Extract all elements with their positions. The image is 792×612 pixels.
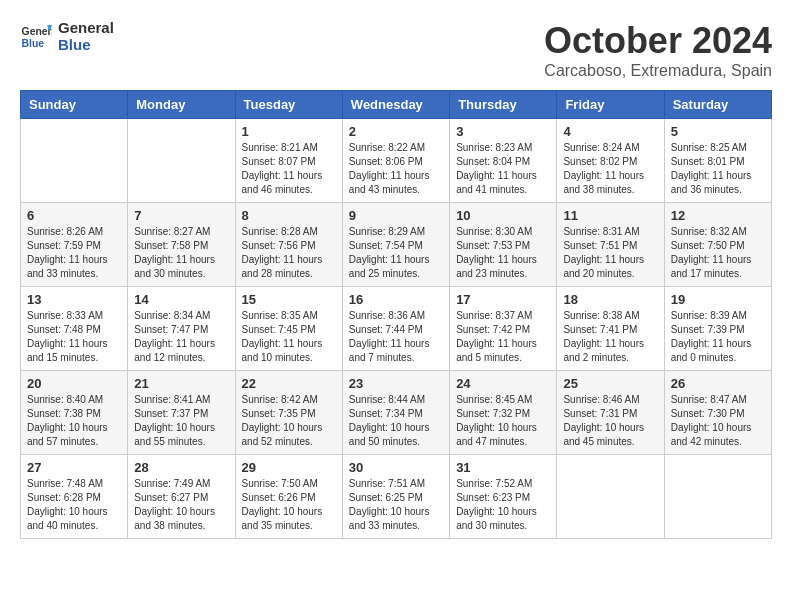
calendar-cell: 13Sunrise: 8:33 AM Sunset: 7:48 PM Dayli… — [21, 287, 128, 371]
svg-text:General: General — [22, 26, 52, 37]
calendar-header-row: SundayMondayTuesdayWednesdayThursdayFrid… — [21, 91, 772, 119]
calendar-cell: 7Sunrise: 8:27 AM Sunset: 7:58 PM Daylig… — [128, 203, 235, 287]
calendar-cell: 17Sunrise: 8:37 AM Sunset: 7:42 PM Dayli… — [450, 287, 557, 371]
day-of-week-header: Monday — [128, 91, 235, 119]
cell-info: Sunrise: 8:23 AM Sunset: 8:04 PM Dayligh… — [456, 141, 550, 197]
page-header: General Blue General Blue October 2024 C… — [20, 20, 772, 80]
day-number: 2 — [349, 124, 443, 139]
day-number: 30 — [349, 460, 443, 475]
calendar-cell — [664, 455, 771, 539]
calendar-cell: 2Sunrise: 8:22 AM Sunset: 8:06 PM Daylig… — [342, 119, 449, 203]
calendar-cell: 9Sunrise: 8:29 AM Sunset: 7:54 PM Daylig… — [342, 203, 449, 287]
calendar-table: SundayMondayTuesdayWednesdayThursdayFrid… — [20, 90, 772, 539]
calendar-cell: 11Sunrise: 8:31 AM Sunset: 7:51 PM Dayli… — [557, 203, 664, 287]
cell-info: Sunrise: 8:33 AM Sunset: 7:48 PM Dayligh… — [27, 309, 121, 365]
calendar-week-row: 13Sunrise: 8:33 AM Sunset: 7:48 PM Dayli… — [21, 287, 772, 371]
svg-text:Blue: Blue — [22, 37, 45, 48]
calendar-cell: 31Sunrise: 7:52 AM Sunset: 6:23 PM Dayli… — [450, 455, 557, 539]
day-of-week-header: Thursday — [450, 91, 557, 119]
day-number: 6 — [27, 208, 121, 223]
cell-info: Sunrise: 8:42 AM Sunset: 7:35 PM Dayligh… — [242, 393, 336, 449]
day-number: 21 — [134, 376, 228, 391]
calendar-cell: 12Sunrise: 8:32 AM Sunset: 7:50 PM Dayli… — [664, 203, 771, 287]
day-of-week-header: Sunday — [21, 91, 128, 119]
day-number: 28 — [134, 460, 228, 475]
calendar-cell: 28Sunrise: 7:49 AM Sunset: 6:27 PM Dayli… — [128, 455, 235, 539]
day-number: 16 — [349, 292, 443, 307]
calendar-cell: 20Sunrise: 8:40 AM Sunset: 7:38 PM Dayli… — [21, 371, 128, 455]
day-number: 18 — [563, 292, 657, 307]
cell-info: Sunrise: 8:22 AM Sunset: 8:06 PM Dayligh… — [349, 141, 443, 197]
calendar-cell: 25Sunrise: 8:46 AM Sunset: 7:31 PM Dayli… — [557, 371, 664, 455]
day-number: 26 — [671, 376, 765, 391]
cell-info: Sunrise: 8:39 AM Sunset: 7:39 PM Dayligh… — [671, 309, 765, 365]
cell-info: Sunrise: 8:38 AM Sunset: 7:41 PM Dayligh… — [563, 309, 657, 365]
cell-info: Sunrise: 8:27 AM Sunset: 7:58 PM Dayligh… — [134, 225, 228, 281]
cell-info: Sunrise: 7:49 AM Sunset: 6:27 PM Dayligh… — [134, 477, 228, 533]
calendar-week-row: 27Sunrise: 7:48 AM Sunset: 6:28 PM Dayli… — [21, 455, 772, 539]
logo-icon: General Blue — [20, 21, 52, 53]
day-of-week-header: Saturday — [664, 91, 771, 119]
calendar-cell: 4Sunrise: 8:24 AM Sunset: 8:02 PM Daylig… — [557, 119, 664, 203]
calendar-cell: 16Sunrise: 8:36 AM Sunset: 7:44 PM Dayli… — [342, 287, 449, 371]
cell-info: Sunrise: 7:52 AM Sunset: 6:23 PM Dayligh… — [456, 477, 550, 533]
day-number: 1 — [242, 124, 336, 139]
cell-info: Sunrise: 8:26 AM Sunset: 7:59 PM Dayligh… — [27, 225, 121, 281]
calendar-cell: 21Sunrise: 8:41 AM Sunset: 7:37 PM Dayli… — [128, 371, 235, 455]
cell-info: Sunrise: 8:47 AM Sunset: 7:30 PM Dayligh… — [671, 393, 765, 449]
month-title: October 2024 — [544, 20, 772, 62]
calendar-cell: 19Sunrise: 8:39 AM Sunset: 7:39 PM Dayli… — [664, 287, 771, 371]
logo: General Blue General Blue — [20, 20, 114, 53]
cell-info: Sunrise: 8:35 AM Sunset: 7:45 PM Dayligh… — [242, 309, 336, 365]
cell-info: Sunrise: 7:48 AM Sunset: 6:28 PM Dayligh… — [27, 477, 121, 533]
day-of-week-header: Wednesday — [342, 91, 449, 119]
calendar-cell: 30Sunrise: 7:51 AM Sunset: 6:25 PM Dayli… — [342, 455, 449, 539]
day-number: 19 — [671, 292, 765, 307]
day-number: 9 — [349, 208, 443, 223]
day-number: 14 — [134, 292, 228, 307]
calendar-cell: 1Sunrise: 8:21 AM Sunset: 8:07 PM Daylig… — [235, 119, 342, 203]
day-number: 12 — [671, 208, 765, 223]
day-number: 13 — [27, 292, 121, 307]
day-of-week-header: Tuesday — [235, 91, 342, 119]
calendar-week-row: 20Sunrise: 8:40 AM Sunset: 7:38 PM Dayli… — [21, 371, 772, 455]
day-number: 3 — [456, 124, 550, 139]
day-number: 15 — [242, 292, 336, 307]
day-number: 10 — [456, 208, 550, 223]
day-number: 11 — [563, 208, 657, 223]
day-number: 22 — [242, 376, 336, 391]
logo-general-text: General — [58, 20, 114, 37]
calendar-cell — [21, 119, 128, 203]
day-number: 27 — [27, 460, 121, 475]
calendar-cell: 24Sunrise: 8:45 AM Sunset: 7:32 PM Dayli… — [450, 371, 557, 455]
day-number: 4 — [563, 124, 657, 139]
calendar-cell: 26Sunrise: 8:47 AM Sunset: 7:30 PM Dayli… — [664, 371, 771, 455]
title-block: October 2024 Carcaboso, Extremadura, Spa… — [544, 20, 772, 80]
cell-info: Sunrise: 8:21 AM Sunset: 8:07 PM Dayligh… — [242, 141, 336, 197]
calendar-week-row: 1Sunrise: 8:21 AM Sunset: 8:07 PM Daylig… — [21, 119, 772, 203]
calendar-cell: 8Sunrise: 8:28 AM Sunset: 7:56 PM Daylig… — [235, 203, 342, 287]
day-number: 23 — [349, 376, 443, 391]
calendar-cell: 10Sunrise: 8:30 AM Sunset: 7:53 PM Dayli… — [450, 203, 557, 287]
location-title: Carcaboso, Extremadura, Spain — [544, 62, 772, 80]
calendar-cell: 18Sunrise: 8:38 AM Sunset: 7:41 PM Dayli… — [557, 287, 664, 371]
calendar-cell: 5Sunrise: 8:25 AM Sunset: 8:01 PM Daylig… — [664, 119, 771, 203]
day-number: 29 — [242, 460, 336, 475]
cell-info: Sunrise: 7:51 AM Sunset: 6:25 PM Dayligh… — [349, 477, 443, 533]
logo-blue-text: Blue — [58, 37, 114, 54]
calendar-cell: 3Sunrise: 8:23 AM Sunset: 8:04 PM Daylig… — [450, 119, 557, 203]
cell-info: Sunrise: 8:34 AM Sunset: 7:47 PM Dayligh… — [134, 309, 228, 365]
cell-info: Sunrise: 8:25 AM Sunset: 8:01 PM Dayligh… — [671, 141, 765, 197]
calendar-week-row: 6Sunrise: 8:26 AM Sunset: 7:59 PM Daylig… — [21, 203, 772, 287]
cell-info: Sunrise: 8:40 AM Sunset: 7:38 PM Dayligh… — [27, 393, 121, 449]
calendar-cell: 6Sunrise: 8:26 AM Sunset: 7:59 PM Daylig… — [21, 203, 128, 287]
day-number: 5 — [671, 124, 765, 139]
calendar-cell: 27Sunrise: 7:48 AM Sunset: 6:28 PM Dayli… — [21, 455, 128, 539]
cell-info: Sunrise: 8:36 AM Sunset: 7:44 PM Dayligh… — [349, 309, 443, 365]
cell-info: Sunrise: 7:50 AM Sunset: 6:26 PM Dayligh… — [242, 477, 336, 533]
cell-info: Sunrise: 8:30 AM Sunset: 7:53 PM Dayligh… — [456, 225, 550, 281]
cell-info: Sunrise: 8:44 AM Sunset: 7:34 PM Dayligh… — [349, 393, 443, 449]
day-number: 17 — [456, 292, 550, 307]
cell-info: Sunrise: 8:41 AM Sunset: 7:37 PM Dayligh… — [134, 393, 228, 449]
day-number: 24 — [456, 376, 550, 391]
